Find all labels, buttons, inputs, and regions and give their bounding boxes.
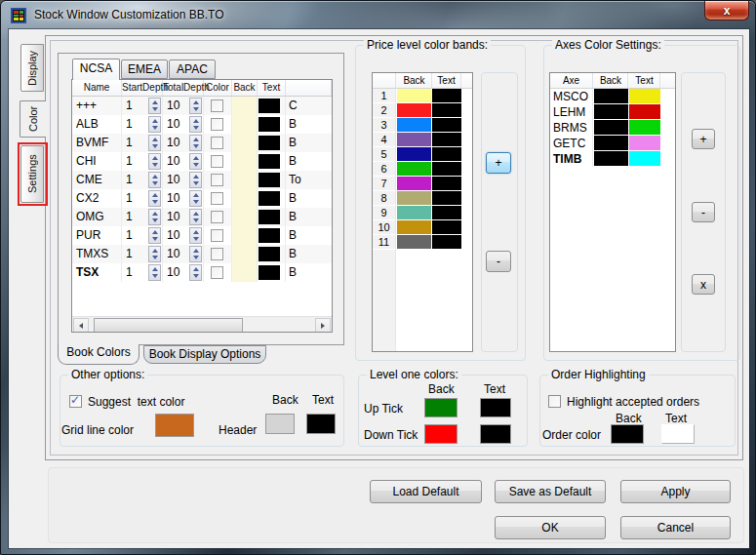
tab-settings[interactable]: Settings bbox=[20, 145, 44, 203]
text-color-swatch[interactable] bbox=[259, 228, 280, 243]
color-checkbox[interactable] bbox=[211, 248, 223, 260]
spinner-arrows-icon[interactable] bbox=[148, 227, 161, 244]
start-depth-spinbox[interactable]: 1 bbox=[122, 152, 163, 171]
header-text-swatch[interactable] bbox=[306, 414, 336, 434]
axes-row[interactable]: TIMB bbox=[550, 151, 675, 167]
scroll-left-arrow-icon[interactable] bbox=[73, 318, 89, 333]
order-back-swatch[interactable] bbox=[611, 424, 644, 444]
text-color-swatch[interactable] bbox=[259, 136, 280, 150]
price-band-row[interactable]: 3 bbox=[373, 118, 472, 133]
band-text-swatch[interactable] bbox=[432, 220, 461, 234]
band-back-swatch[interactable] bbox=[397, 220, 431, 234]
band-back-swatch[interactable] bbox=[397, 133, 431, 146]
price-band-row[interactable]: 8 bbox=[373, 191, 472, 206]
down-tick-text-swatch[interactable] bbox=[480, 424, 511, 444]
axes-row[interactable]: LEHM bbox=[550, 104, 675, 120]
back-color-swatch[interactable] bbox=[232, 134, 258, 152]
color-checkbox[interactable] bbox=[211, 211, 223, 223]
total-depth-spinbox[interactable]: 10 bbox=[163, 152, 204, 171]
start-depth-spinbox[interactable]: 1 bbox=[122, 226, 163, 245]
text-color-swatch[interactable] bbox=[259, 117, 280, 132]
color-checkbox[interactable] bbox=[211, 229, 223, 242]
spinner-arrows-icon[interactable] bbox=[148, 98, 161, 114]
cancel-button[interactable]: Cancel bbox=[620, 516, 731, 539]
book-table-row[interactable]: BVMF 1 10 B bbox=[72, 134, 332, 152]
back-color-swatch[interactable] bbox=[232, 189, 258, 208]
tab-color[interactable]: Color bbox=[20, 100, 46, 138]
axe-text-swatch[interactable] bbox=[629, 151, 660, 166]
spinner-arrows-icon[interactable] bbox=[189, 116, 202, 133]
color-checkbox[interactable] bbox=[211, 174, 223, 186]
tab-ncsa[interactable]: NCSA bbox=[72, 59, 120, 80]
book-table-row[interactable]: CME 1 10 To bbox=[72, 171, 332, 189]
back-color-swatch[interactable] bbox=[232, 208, 258, 226]
book-table-row[interactable]: ALB 1 10 B bbox=[72, 115, 332, 134]
axes-row[interactable]: MSCO bbox=[550, 89, 675, 104]
spinner-arrows-icon[interactable] bbox=[189, 153, 202, 170]
band-text-swatch[interactable] bbox=[432, 235, 461, 249]
text-color-swatch[interactable] bbox=[259, 173, 280, 187]
up-tick-text-swatch[interactable] bbox=[480, 398, 511, 417]
color-checkbox[interactable] bbox=[211, 99, 223, 112]
color-checkbox[interactable] bbox=[211, 155, 223, 168]
spinner-arrows-icon[interactable] bbox=[148, 264, 161, 281]
spinner-arrows-icon[interactable] bbox=[148, 209, 161, 225]
axe-text-swatch[interactable] bbox=[629, 104, 660, 119]
axes-delete-button[interactable]: x bbox=[692, 274, 715, 295]
band-text-swatch[interactable] bbox=[432, 147, 461, 161]
band-back-swatch[interactable] bbox=[397, 191, 431, 205]
band-text-swatch[interactable] bbox=[432, 191, 461, 205]
band-text-swatch[interactable] bbox=[432, 133, 461, 146]
price-band-row[interactable]: 5 bbox=[373, 147, 472, 162]
start-depth-spinbox[interactable]: 1 bbox=[122, 208, 163, 226]
book-table-row[interactable]: TSX 1 10 B bbox=[72, 263, 332, 282]
axes-remove-button[interactable]: - bbox=[692, 202, 715, 222]
price-band-row[interactable]: 11 bbox=[373, 235, 472, 250]
apply-button[interactable]: Apply bbox=[620, 480, 731, 503]
spinner-arrows-icon[interactable] bbox=[189, 209, 202, 225]
price-band-row[interactable]: 1 bbox=[373, 89, 472, 103]
ok-button[interactable]: OK bbox=[495, 516, 606, 539]
axe-back-swatch[interactable] bbox=[594, 151, 628, 166]
spinner-arrows-icon[interactable] bbox=[148, 190, 161, 207]
band-text-swatch[interactable] bbox=[432, 162, 461, 176]
back-color-swatch[interactable] bbox=[232, 97, 258, 115]
spinner-arrows-icon[interactable] bbox=[189, 135, 202, 151]
start-depth-spinbox[interactable]: 1 bbox=[122, 189, 163, 208]
title-bar[interactable]: Stock Window Customization BB.TO x bbox=[1, 1, 755, 29]
horizontal-scrollbar[interactable] bbox=[72, 316, 332, 333]
band-back-swatch[interactable] bbox=[397, 235, 431, 249]
tab-display[interactable]: Display bbox=[20, 44, 44, 92]
scrollbar-thumb[interactable] bbox=[94, 318, 243, 333]
text-color-swatch[interactable] bbox=[259, 99, 280, 113]
book-table-row[interactable]: PUR 1 10 B bbox=[72, 226, 332, 245]
band-text-swatch[interactable] bbox=[432, 89, 461, 102]
price-band-row[interactable]: 7 bbox=[373, 177, 472, 191]
band-back-swatch[interactable] bbox=[397, 177, 431, 190]
tab-emea[interactable]: EMEA bbox=[121, 59, 168, 79]
spinner-arrows-icon[interactable] bbox=[189, 227, 202, 244]
tab-book-display-options[interactable]: Book Display Options bbox=[143, 345, 266, 364]
axes-row[interactable]: GETC bbox=[550, 136, 675, 151]
axe-text-swatch[interactable] bbox=[629, 120, 660, 135]
band-back-swatch[interactable] bbox=[397, 89, 431, 102]
band-text-swatch[interactable] bbox=[432, 103, 461, 117]
band-text-swatch[interactable] bbox=[432, 177, 461, 190]
text-color-swatch[interactable] bbox=[259, 154, 280, 169]
price-band-row[interactable]: 6 bbox=[373, 162, 472, 177]
start-depth-spinbox[interactable]: 1 bbox=[122, 115, 163, 134]
back-color-swatch[interactable] bbox=[232, 115, 258, 134]
close-button[interactable]: x bbox=[704, 1, 749, 20]
axes-add-button[interactable]: + bbox=[692, 129, 715, 149]
total-depth-spinbox[interactable]: 10 bbox=[163, 226, 204, 245]
axe-text-swatch[interactable] bbox=[629, 89, 660, 103]
axes-row[interactable]: BRMS bbox=[550, 120, 675, 136]
spinner-arrows-icon[interactable] bbox=[189, 172, 202, 188]
price-band-row[interactable]: 4 bbox=[373, 133, 472, 147]
back-color-swatch[interactable] bbox=[232, 245, 258, 263]
price-band-row[interactable]: 2 bbox=[373, 103, 472, 118]
spinner-arrows-icon[interactable] bbox=[148, 246, 161, 262]
total-depth-spinbox[interactable]: 10 bbox=[163, 115, 204, 134]
band-add-button[interactable]: + bbox=[486, 152, 511, 174]
axe-back-swatch[interactable] bbox=[594, 89, 628, 103]
